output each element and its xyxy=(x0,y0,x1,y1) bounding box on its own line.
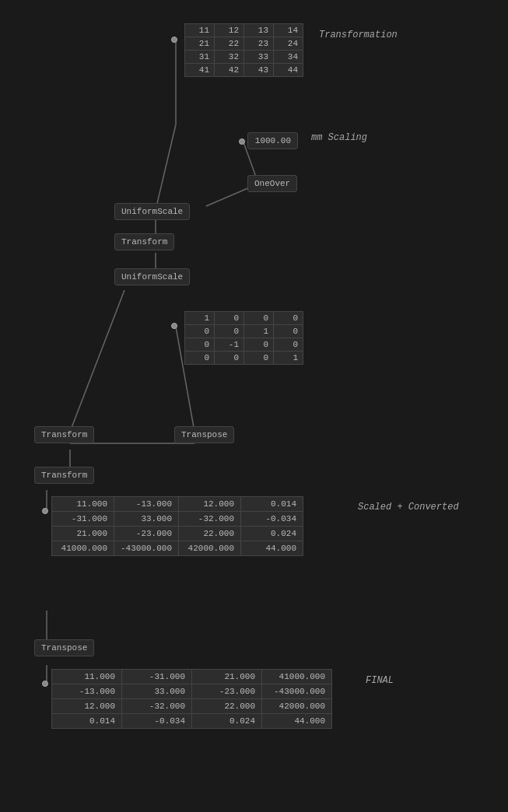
scaled-converted-label: Scaled + Converted xyxy=(358,502,459,513)
transformation-label: Transformation xyxy=(319,30,398,40)
matrix-final-table: 11.000-31.00021.00041000.000-13.00033.00… xyxy=(51,669,332,729)
matrix2-input-dot xyxy=(171,323,177,329)
svg-line-1 xyxy=(156,124,176,210)
transpose-1-node[interactable]: Transpose xyxy=(174,426,234,443)
mm-scaling-label: mm Scaling xyxy=(311,132,367,143)
matrix2-table: 100000100-1000001 xyxy=(184,311,303,365)
final-label: FINAL xyxy=(366,675,394,686)
transform-1-node[interactable]: Transform xyxy=(114,233,174,250)
final-input-dot xyxy=(42,681,48,687)
uniform-scale-2-node[interactable]: UniformScale xyxy=(114,268,190,285)
transform-3-node[interactable]: Transform xyxy=(34,467,94,484)
svg-line-6 xyxy=(70,290,124,432)
one-over-node[interactable]: OneOver xyxy=(247,175,297,192)
canvas: 11121314212223243132333441424344 Transfo… xyxy=(0,0,508,812)
transpose-2-node[interactable]: Transpose xyxy=(34,639,94,656)
scaled-input-dot xyxy=(42,508,48,514)
transform-2-node[interactable]: Transform xyxy=(34,426,94,443)
matrix-scaled-table: 11.000-13.00012.0000.014-31.00033.000-32… xyxy=(51,496,303,556)
scaling-input-dot xyxy=(239,138,245,145)
matrix1-table: 11121314212223243132333441424344 xyxy=(184,23,303,77)
scaling-value-box: 1000.00 xyxy=(247,132,298,149)
uniform-scale-1-node[interactable]: UniformScale xyxy=(114,203,190,220)
matrix1-input-dot xyxy=(171,37,177,43)
